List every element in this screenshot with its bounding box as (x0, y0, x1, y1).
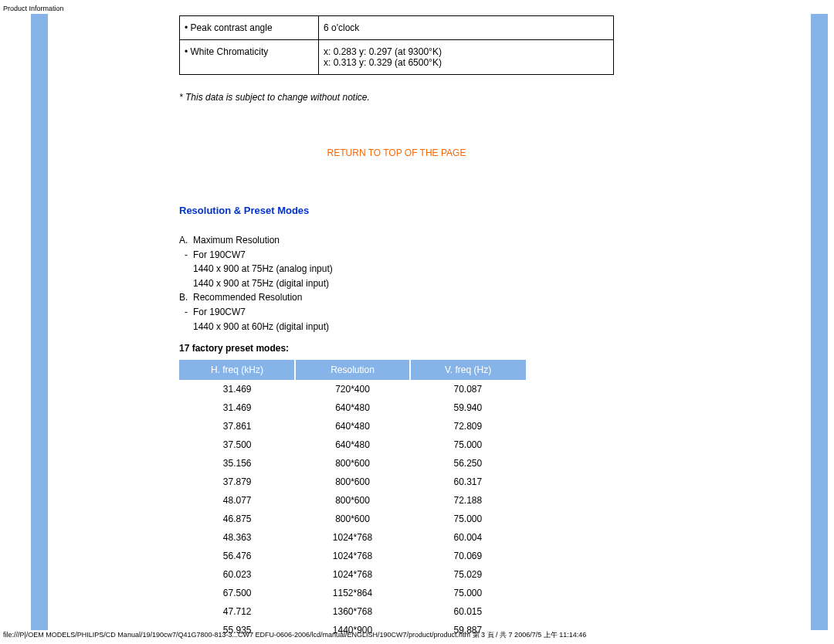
preset-modes-label: 17 factory preset modes: (179, 343, 797, 354)
main-content: • Peak contrast angle6 o'clock• White Ch… (179, 15, 797, 644)
table-cell: 60.015 (410, 602, 525, 621)
table-cell: 640*480 (295, 436, 410, 454)
spec-table: • Peak contrast angle6 o'clock• White Ch… (179, 15, 614, 75)
table-cell: 48.363 (180, 528, 295, 547)
table-cell: 37.500 (180, 436, 295, 454)
list-marker: B. (179, 290, 193, 305)
table-cell: 60.004 (410, 528, 525, 547)
list-text: 1440 x 900 at 75Hz (analog input) (193, 262, 333, 276)
list-text: Maximum Resolution (193, 233, 280, 248)
table-cell: 75.000 (410, 436, 525, 454)
table-row: 70.6351440*90074.984 (180, 639, 526, 644)
table-row: 46.875800*60075.000 (180, 510, 526, 528)
table-row: 37.500640*48075.000 (180, 436, 526, 454)
table-cell: 72.188 (410, 491, 525, 510)
right-sidebar-decoration (811, 14, 828, 630)
resolution-list-row: A.Maximum Resolution (179, 233, 797, 248)
table-cell: 48.077 (180, 491, 295, 510)
resolution-list-row: -For 190CW7 (179, 248, 797, 263)
col-resolution: Resolution (295, 361, 410, 380)
list-marker: A. (179, 233, 193, 248)
col-h-freq: H. freq (kHz) (180, 361, 295, 380)
table-cell: 800*600 (295, 454, 410, 473)
resolution-list-row: 1440 x 900 at 75Hz (analog input) (179, 262, 797, 276)
spec-value: 6 o'clock (319, 16, 614, 40)
table-cell: 800*600 (295, 473, 410, 491)
table-cell: 640*480 (295, 398, 410, 417)
spec-label: • White Chromaticity (180, 40, 319, 75)
table-cell: 31.469 (180, 398, 295, 417)
disclaimer-text: * This data is subject to change without… (179, 92, 797, 103)
table-cell: 1152*864 (295, 584, 410, 602)
table-cell: 37.879 (180, 473, 295, 491)
table-cell: 70.635 (180, 639, 295, 644)
table-cell: 56.250 (410, 454, 525, 473)
list-text: Recommended Resolution (193, 290, 302, 305)
list-marker: - (179, 248, 193, 263)
table-cell: 1024*768 (295, 547, 410, 565)
table-row: 31.469640*48059.940 (180, 398, 526, 417)
resolution-list-row: 1440 x 900 at 60Hz (digital input) (179, 320, 797, 334)
list-text: For 190CW7 (193, 305, 246, 320)
table-cell: 1024*768 (295, 528, 410, 547)
table-cell: 60.023 (180, 565, 295, 584)
return-to-top-link[interactable]: RETURN TO TOP OF THE PAGE (179, 147, 614, 158)
list-text: 1440 x 900 at 60Hz (digital input) (193, 320, 329, 334)
table-cell: 720*400 (295, 380, 410, 399)
table-cell: 640*480 (295, 417, 410, 436)
section-title: Resolution & Preset Modes (179, 205, 797, 216)
resolution-list: A.Maximum Resolution-For 190CW71440 x 90… (179, 233, 797, 334)
left-sidebar-decoration (31, 14, 48, 630)
col-v-freq: V. freq (Hz) (410, 361, 525, 380)
spec-label: • Peak contrast angle (180, 16, 319, 40)
table-cell: 75.029 (410, 565, 525, 584)
list-text: For 190CW7 (193, 248, 246, 263)
table-row: 31.469720*40070.087 (180, 380, 526, 399)
spec-row: • White Chromaticityx: 0.283 y: 0.297 (a… (180, 40, 614, 75)
table-row: 67.5001152*86475.000 (180, 584, 526, 602)
resolution-list-row: 1440 x 900 at 75Hz (digital input) (179, 276, 797, 291)
table-row: 60.0231024*76875.029 (180, 565, 526, 584)
table-cell: 75.000 (410, 510, 525, 528)
table-row: 37.861640*48072.809 (180, 417, 526, 436)
table-cell: 59.940 (410, 398, 525, 417)
table-cell: 46.875 (180, 510, 295, 528)
table-row: 47.7121360*76860.015 (180, 602, 526, 621)
list-text: 1440 x 900 at 75Hz (digital input) (193, 276, 329, 291)
table-cell: 35.156 (180, 454, 295, 473)
list-marker: - (179, 305, 193, 320)
spec-value: x: 0.283 y: 0.297 (at 9300°K)x: 0.313 y:… (319, 40, 614, 75)
table-row: 37.879800*60060.317 (180, 473, 526, 491)
table-cell: 60.317 (410, 473, 525, 491)
footer-path: file:///P|/OEM MODELS/PHILIPS/CD Manual/… (3, 630, 586, 640)
table-cell: 1024*768 (295, 565, 410, 584)
table-cell: 70.087 (410, 380, 525, 399)
table-cell: 47.712 (180, 602, 295, 621)
table-cell: 1360*768 (295, 602, 410, 621)
table-cell: 56.476 (180, 547, 295, 565)
page-header: Product Information (3, 5, 64, 12)
resolution-list-row: -For 190CW7 (179, 305, 797, 320)
table-row: 48.3631024*76860.004 (180, 528, 526, 547)
table-row: 56.4761024*76870.069 (180, 547, 526, 565)
resolution-list-row: B.Recommended Resolution (179, 290, 797, 305)
table-cell: 74.984 (410, 639, 525, 644)
table-cell: 75.000 (410, 584, 525, 602)
table-cell: 72.809 (410, 417, 525, 436)
table-cell: 37.861 (180, 417, 295, 436)
table-cell: 70.069 (410, 547, 525, 565)
table-cell: 800*600 (295, 510, 410, 528)
table-cell: 67.500 (180, 584, 295, 602)
preset-table: H. freq (kHz) Resolution V. freq (Hz) 31… (179, 360, 526, 644)
table-cell: 1440*900 (295, 639, 410, 644)
spec-row: • Peak contrast angle6 o'clock (180, 16, 614, 40)
table-cell: 800*600 (295, 491, 410, 510)
table-row: 35.156800*60056.250 (180, 454, 526, 473)
table-row: 48.077800*60072.188 (180, 491, 526, 510)
table-cell: 31.469 (180, 380, 295, 399)
